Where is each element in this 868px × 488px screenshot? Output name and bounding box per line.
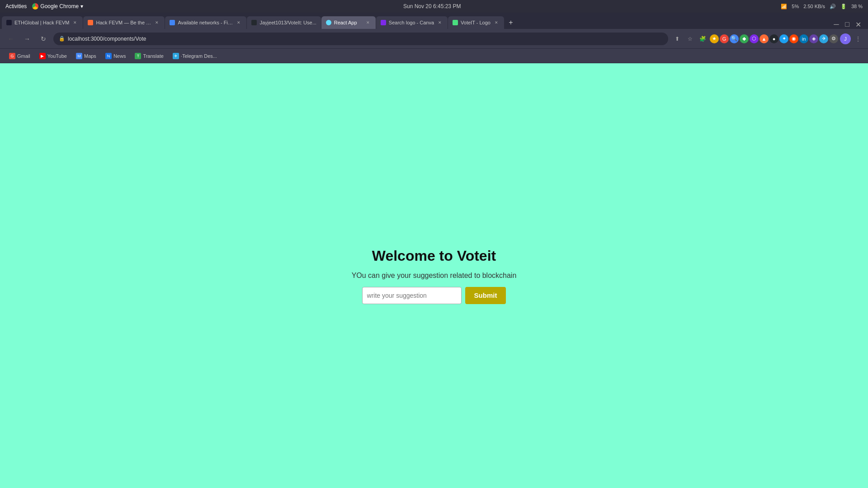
ext-icon-3[interactable]: 🔍 — [730, 34, 739, 43]
ext-icon-6[interactable]: ▲ — [760, 34, 769, 43]
ext-icon-10[interactable]: in — [799, 34, 808, 43]
tab-favicon-networks — [170, 20, 175, 25]
tab-label-voteit-logo: VoteIT - Logo — [461, 20, 491, 25]
wifi-pct: 5% — [792, 4, 799, 9]
translate-icon: T — [135, 53, 141, 59]
bookmark-news-label: News — [113, 53, 126, 59]
wifi-icon: 📶 — [781, 4, 787, 9]
datetime-label: Sun Nov 20 6:45:23 PM — [403, 3, 461, 9]
news-icon: N — [105, 53, 112, 59]
tab-close-canva[interactable]: ✕ — [437, 19, 443, 26]
ext-icon-2[interactable]: G — [720, 34, 729, 43]
bookmark-maps[interactable]: M Maps — [72, 52, 100, 61]
tab-favicon-jayjeet — [251, 20, 257, 25]
tab-ethglobal[interactable]: ETHGlobal | Hack FEVM ✕ — [2, 16, 83, 29]
chrome-icon — [32, 3, 38, 9]
suggestion-input[interactable] — [362, 287, 462, 304]
tab-favicon-reactapp — [326, 20, 331, 25]
gmail-icon: G — [9, 53, 15, 59]
ext-icon-8[interactable]: ✦ — [779, 34, 788, 43]
tab-label-jayjeet: Jayjeet1013/VoteIt: Use... — [259, 20, 316, 25]
ext-icon-12[interactable]: ✈ — [819, 34, 828, 43]
bookmark-maps-label: Maps — [84, 53, 96, 59]
tab-close-ethglobal[interactable]: ✕ — [72, 19, 78, 26]
ext-icon-9[interactable]: ◉ — [789, 34, 798, 43]
bookmark-gmail-label: Gmail — [17, 53, 30, 59]
telegram-icon: ✈ — [173, 53, 179, 59]
extensions-icon[interactable]: 🧩 — [697, 33, 708, 44]
ext-icon-5[interactable]: ⬡ — [750, 34, 759, 43]
forward-button[interactable]: → — [21, 33, 33, 45]
page-title: Welcome to Voteit — [372, 248, 496, 264]
tab-close-networks[interactable]: ✕ — [236, 19, 242, 26]
toolbar-icons: ★ G 🔍 ◆ ⬡ ▲ ● ✦ ◉ in ◈ ✈ ⚙ — [710, 34, 838, 43]
bookmark-telegram[interactable]: ✈ ·Telegram Des... — [169, 52, 221, 61]
menu-icon[interactable]: ⋮ — [853, 33, 863, 44]
tab-label-ethglobal: ETHGlobal | Hack FEVM — [14, 20, 69, 25]
tab-label-hackfevm: Hack FEVM — Be the Fir... — [96, 20, 151, 25]
url-text: localhost:3000/components/Vote — [68, 36, 146, 42]
activities-label[interactable]: Activities — [5, 3, 27, 9]
tab-reactapp[interactable]: React App ✕ — [321, 16, 376, 29]
bookmark-translate[interactable]: T Translate — [131, 52, 167, 61]
tab-canva[interactable]: Search logo - Canva ✕ — [376, 16, 448, 29]
ext-icon-13[interactable]: ⚙ — [829, 34, 838, 43]
bookmark-star-icon[interactable]: ☆ — [684, 33, 695, 44]
tab-label-canva: Search logo - Canva — [389, 20, 434, 25]
back-button[interactable]: ← — [5, 33, 17, 45]
tab-close-voteit-logo[interactable]: ✕ — [493, 19, 500, 26]
ext-icon-4[interactable]: ◆ — [740, 34, 749, 43]
vote-container: Welcome to Voteit YOu can give your sugg… — [352, 248, 517, 304]
address-bar: ← → ↻ 🔒 localhost:3000/components/Vote ⬆… — [0, 29, 868, 49]
bookmarks-bar: G Gmail ▶ YouTube M Maps N News T Transl… — [0, 49, 868, 63]
tab-favicon-hackfevm — [88, 20, 93, 25]
tab-close-hackfevm[interactable]: ✕ — [154, 19, 160, 26]
bookmark-gmail[interactable]: G Gmail — [5, 52, 34, 61]
bookmark-youtube-label: YouTube — [47, 53, 67, 59]
os-bar: Activities Google Chrome ▾ Sun Nov 20 6:… — [0, 0, 868, 13]
chrome-dropdown-icon[interactable]: ▾ — [80, 3, 83, 9]
youtube-icon: ▶ — [39, 53, 46, 59]
tab-networks[interactable]: Available networks - File... ✕ — [165, 16, 246, 29]
page-subtitle: YOu can give your suggestion related to … — [352, 272, 517, 280]
lock-icon: 🔒 — [59, 36, 65, 42]
profile-icon[interactable]: J — [840, 33, 851, 44]
tab-label-networks: Available networks - File... — [178, 20, 233, 25]
chrome-label: Google Chrome — [40, 3, 79, 9]
tab-hackfevm[interactable]: Hack FEVM — Be the Fir... ✕ — [83, 16, 165, 29]
tab-bar: ETHGlobal | Hack FEVM ✕ Hack FEVM — Be t… — [0, 13, 868, 29]
bookmark-youtube[interactable]: ▶ YouTube — [36, 52, 71, 61]
url-bar[interactable]: 🔒 localhost:3000/components/Vote — [53, 33, 668, 45]
close-button[interactable]: ✕ — [854, 20, 863, 29]
ext-icon-11[interactable]: ◈ — [809, 34, 818, 43]
volume-icon: 🔊 — [830, 4, 836, 9]
share-icon[interactable]: ⬆ — [672, 33, 683, 44]
browser-window: ETHGlobal | Hack FEVM ✕ Hack FEVM — Be t… — [0, 13, 868, 488]
battery-icon: 🔋 — [840, 4, 847, 9]
tab-favicon-ethglobal — [6, 20, 12, 25]
page-content: Welcome to Voteit YOu can give your sugg… — [0, 63, 868, 488]
network-speed: 2.50 KB/s — [803, 4, 825, 9]
vote-form: Submit — [362, 287, 506, 304]
bookmark-translate-label: Translate — [143, 53, 163, 59]
ext-icon-7[interactable]: ● — [769, 34, 778, 43]
reload-button[interactable]: ↻ — [37, 33, 50, 45]
tab-label-reactapp: React App — [334, 20, 362, 25]
bookmark-telegram-label: ·Telegram Des... — [181, 53, 217, 59]
battery-pct: 38 % — [851, 4, 863, 9]
browser-menu[interactable]: Google Chrome ▾ — [32, 3, 83, 9]
maps-icon: M — [76, 53, 82, 59]
ext-icon-1[interactable]: ★ — [710, 34, 719, 43]
tab-jayjeet[interactable]: Jayjeet1013/VoteIt: Use... — [247, 16, 321, 29]
tab-voteit-logo[interactable]: VoteIT - Logo ✕ — [448, 16, 504, 29]
bookmark-news[interactable]: N News — [102, 52, 130, 61]
new-tab-button[interactable]: + — [505, 16, 517, 29]
submit-button[interactable]: Submit — [465, 287, 506, 304]
tab-favicon-canva — [381, 20, 386, 25]
tab-close-reactapp[interactable]: ✕ — [365, 19, 371, 26]
tab-favicon-voteit — [453, 20, 458, 25]
maximize-button[interactable]: □ — [843, 20, 852, 29]
minimize-button[interactable]: ─ — [832, 20, 841, 29]
